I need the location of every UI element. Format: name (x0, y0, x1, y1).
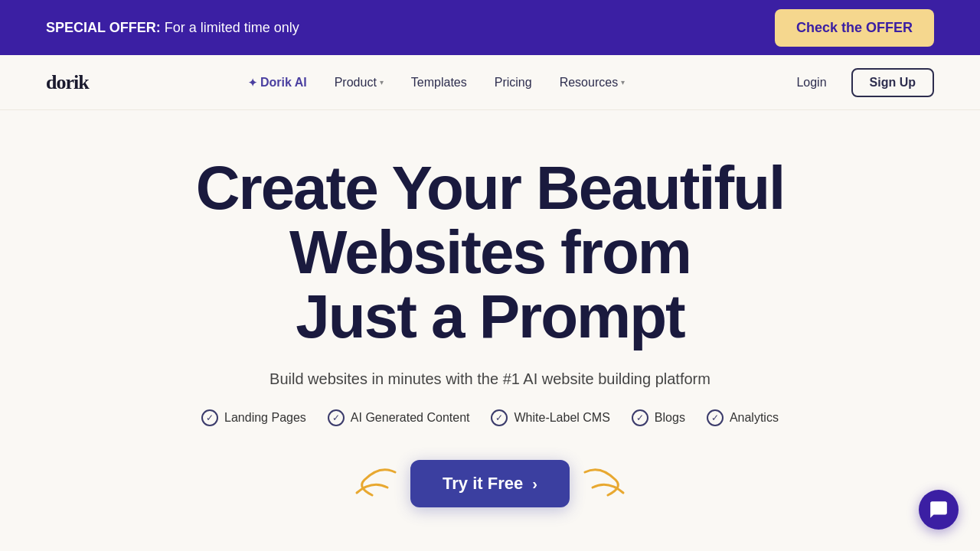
banner-text-bold: SPECIAL OFFER: (46, 20, 161, 35)
feature-label-ai: AI Generated Content (351, 411, 470, 425)
signup-button[interactable]: Sign Up (851, 68, 934, 97)
nav-item-pricing[interactable]: Pricing (484, 70, 543, 96)
nav-item-dorik-ai[interactable]: ✦ Dorik AI (237, 70, 318, 96)
feature-analytics: ✓ Analytics (707, 409, 779, 426)
feature-label-landing: Landing Pages (224, 411, 306, 425)
nav-label-dorik-ai: Dorik AI (260, 76, 307, 90)
check-icon-landing: ✓ (201, 409, 218, 426)
hero-title: Create Your Beautiful Websites from Just… (69, 156, 911, 349)
sparkle-icon: ✦ (248, 77, 257, 89)
nav-label-templates: Templates (411, 76, 467, 90)
login-button[interactable]: Login (784, 70, 838, 96)
nav-label-product: Product (335, 76, 377, 90)
hero-section: Create Your Beautiful Websites from Just… (0, 110, 980, 551)
nav-links: ✦ Dorik AI Product ▾ Templates Pricing R… (237, 70, 635, 96)
cta-area: Try it Free › (15, 460, 965, 507)
banner-text: SPECIAL OFFER: For a limited time only (46, 20, 299, 36)
promo-banner: SPECIAL OFFER: For a limited time only C… (0, 0, 980, 55)
check-offer-button[interactable]: Check the OFFER (775, 9, 934, 47)
hero-subtitle: Build websites in minutes with the #1 AI… (15, 370, 965, 388)
try-free-label: Try it Free (443, 474, 523, 494)
nav-item-templates[interactable]: Templates (400, 70, 478, 96)
logo-text: dorik (46, 71, 89, 94)
feature-label-analytics: Analytics (730, 411, 779, 425)
feature-blogs: ✓ Blogs (632, 409, 685, 426)
banner-text-normal: For a limited time only (165, 20, 299, 35)
arrow-right-icon: › (532, 475, 537, 493)
check-icon-whitelabel: ✓ (491, 409, 508, 426)
feature-ai-content: ✓ AI Generated Content (328, 409, 470, 426)
nav-item-product[interactable]: Product ▾ (324, 70, 394, 96)
hero-title-line2: Just a Prompt (296, 282, 684, 350)
squiggle-left-decoration (349, 461, 403, 507)
chevron-down-icon-2: ▾ (621, 78, 625, 86)
featured-section: Featured on: USA TODAY CNN PC HubSp⬤t U.… (15, 546, 965, 551)
navbar: dorik ✦ Dorik AI Product ▾ Templates Pri… (0, 55, 980, 110)
hero-features-list: ✓ Landing Pages ✓ AI Generated Content ✓… (15, 409, 965, 426)
feature-label-blogs: Blogs (655, 411, 685, 425)
try-free-button[interactable]: Try it Free › (410, 460, 570, 507)
check-icon-analytics: ✓ (707, 409, 724, 426)
nav-item-resources[interactable]: Resources ▾ (549, 70, 635, 96)
check-icon-ai: ✓ (328, 409, 345, 426)
chat-widget-button[interactable] (919, 490, 959, 530)
feature-whitelabel: ✓ White-Label CMS (491, 409, 609, 426)
hero-title-line1: Create Your Beautiful Websites from (196, 154, 785, 286)
nav-label-pricing: Pricing (495, 76, 532, 90)
feature-landing-pages: ✓ Landing Pages (201, 409, 306, 426)
chat-icon (929, 500, 949, 520)
feature-label-whitelabel: White-Label CMS (514, 411, 609, 425)
chevron-down-icon: ▾ (380, 78, 384, 86)
squiggle-right-decoration (577, 461, 631, 507)
nav-label-resources: Resources (560, 76, 618, 90)
nav-actions: Login Sign Up (784, 68, 934, 97)
logo[interactable]: dorik (46, 71, 89, 94)
check-icon-blogs: ✓ (632, 409, 648, 426)
